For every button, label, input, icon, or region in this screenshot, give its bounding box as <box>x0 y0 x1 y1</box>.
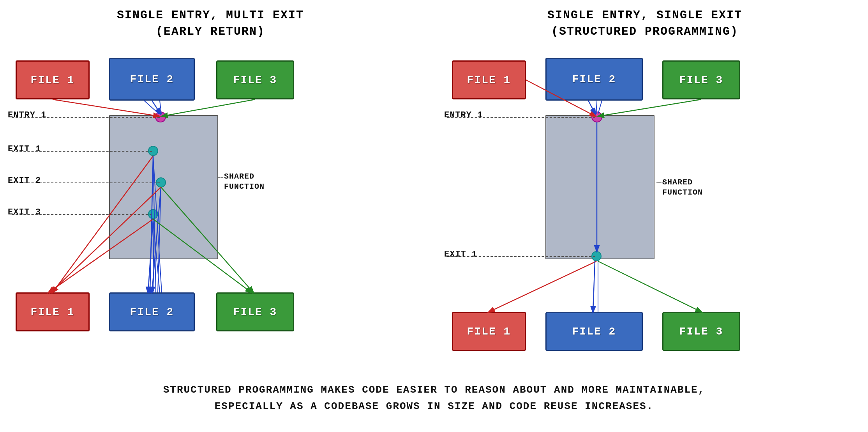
main-container: SINGLE ENTRY, MULTI EXIT (EARLY RETURN) … <box>0 0 868 432</box>
right-top-file1: FILE 1 <box>452 60 526 99</box>
right-bottom-file2: FILE 2 <box>545 312 643 351</box>
left-label-exit1: EXIT 1 <box>8 144 41 154</box>
svg-line-2 <box>144 101 159 114</box>
right-label-entry: ENTRY 1 <box>444 110 483 120</box>
right-top-file2: FILE 2 <box>545 58 643 101</box>
svg-line-23 <box>489 261 596 312</box>
right-title: SINGLE ENTRY, SINGLE EXIT (STRUCTURED PR… <box>440 7 849 40</box>
right-title-line1: SINGLE ENTRY, SINGLE EXIT <box>440 7 849 23</box>
left-shared-dashed <box>218 177 226 178</box>
left-label-exit2: EXIT 2 <box>8 176 41 186</box>
left-title-line1: SINGLE ENTRY, MULTI EXIT <box>19 7 401 23</box>
svg-line-22 <box>598 99 701 116</box>
svg-line-0 <box>53 99 159 116</box>
left-top-file2: FILE 2 <box>109 58 195 101</box>
right-shared-box <box>545 115 655 259</box>
left-shared-label: SHAREDFUNCTION <box>224 172 265 192</box>
footer-line1: STRUCTURED PROGRAMMING MAKES CODE EASIER… <box>39 382 829 398</box>
right-bottom-file1: FILE 1 <box>452 312 526 351</box>
left-top-file1: FILE 1 <box>16 60 90 99</box>
left-label-entry: ENTRY 1 <box>8 110 46 120</box>
svg-line-4 <box>162 99 255 116</box>
left-title: SINGLE ENTRY, MULTI EXIT (EARLY RETURN) <box>19 7 401 40</box>
left-bottom-file1: FILE 1 <box>16 292 90 331</box>
right-title-line2: (STRUCTURED PROGRAMMING) <box>440 23 849 40</box>
right-label-exit1: EXIT 1 <box>444 250 477 259</box>
right-shared-dashed <box>656 182 664 183</box>
footer-text: STRUCTURED PROGRAMMING MAKES CODE EASIER… <box>39 382 829 414</box>
left-bottom-file2: FILE 2 <box>109 292 195 331</box>
svg-line-24 <box>593 261 595 312</box>
right-shared-label: SHAREDFUNCTION <box>662 177 703 198</box>
right-top-file3: FILE 3 <box>662 60 740 99</box>
left-title-line2: (EARLY RETURN) <box>19 23 401 40</box>
right-bottom-file3: FILE 3 <box>662 312 740 351</box>
left-shared-box <box>109 115 218 259</box>
left-bottom-file3: FILE 3 <box>216 292 294 331</box>
left-label-exit3: EXIT 3 <box>8 207 41 217</box>
footer-line2: ESPECIALLY AS A CODEBASE GROWS IN SIZE A… <box>39 398 829 415</box>
left-top-file3: FILE 3 <box>216 60 294 99</box>
svg-line-26 <box>598 261 701 312</box>
